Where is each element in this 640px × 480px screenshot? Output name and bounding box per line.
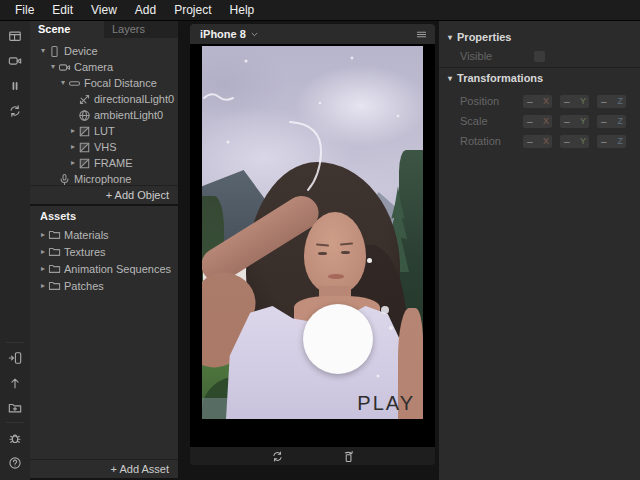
preview-menu-button[interactable] [415,28,428,41]
scene-item-directionallight0[interactable]: directionalLight0 [30,91,178,107]
axis-value: – [527,116,533,127]
rotation-y-field[interactable]: –Y [560,135,589,148]
visible-label: Visible [460,50,523,62]
rotation-x-field[interactable]: –X [523,135,552,148]
collapse-arrow-icon: ▾ [448,33,452,42]
axis-letter: Z [618,96,624,106]
scene-panel: Scene Layers ▾Device▾Camera▾Focal Distan… [30,20,178,204]
bug-button[interactable] [0,425,30,450]
add-object-button[interactable]: + Add Object [30,185,178,204]
export-icon [8,401,22,415]
left-toolbar [0,20,30,480]
help-button[interactable] [0,450,30,475]
scene-item-lut[interactable]: ▸LUT [30,123,178,139]
scene-item-camera[interactable]: ▾Camera [30,59,178,75]
phone-icon [48,45,61,58]
export-button[interactable] [0,395,30,420]
expand-arrow-icon[interactable]: ▾ [58,75,68,91]
directional-light-icon [78,93,91,106]
play-label: PLAY [357,392,415,415]
device-selector[interactable]: iPhone 8 [200,28,246,40]
menu-edit[interactable]: Edit [43,3,82,17]
sync-button[interactable] [0,98,30,123]
scene-item-frame[interactable]: ▸FRAME [30,155,178,171]
menu-view[interactable]: View [82,3,126,17]
scale-y-field[interactable]: –Y [560,115,589,128]
transformations-rows: Position–X–Y–ZScale–X–Y–ZRotation–X–Y–Z [439,91,640,151]
expand-arrow-icon[interactable]: ▸ [68,123,78,139]
focal-distance-icon [68,77,81,90]
tap-circle[interactable] [303,304,373,374]
axis-letter: X [543,116,549,126]
scene-item-label: LUT [94,125,115,137]
scene-item-microphone[interactable]: Microphone [30,171,178,185]
ambient-light-icon [78,109,91,122]
send-to-device-button[interactable] [0,345,30,370]
asset-item-animation-sequences[interactable]: ▸Animation Sequences [30,260,178,277]
scene-item-focal-distance[interactable]: ▾Focal Distance [30,75,178,91]
rotate-device-icon [342,450,355,463]
tab-layers[interactable]: Layers [104,20,178,38]
transformations-section-header[interactable]: ▾ Transformations [439,69,640,87]
panels-button[interactable] [0,23,30,48]
collapse-arrow-icon: ▾ [448,74,452,83]
axis-letter: Y [580,116,586,126]
visible-checkbox[interactable] [534,51,545,62]
scene-item-ambientlight0[interactable]: ambientLight0 [30,107,178,123]
rotation-row: Rotation–X–Y–Z [439,131,640,151]
scale-z-field[interactable]: –Z [597,115,626,128]
publish-icon [8,376,22,390]
assets-panel: Assets ▸Materials▸Textures▸Animation Seq… [30,206,178,478]
position-z-field[interactable]: –Z [597,95,626,108]
axis-letter: Z [618,116,624,126]
restart-button[interactable] [271,450,284,463]
expand-arrow-icon[interactable]: ▸ [38,278,48,294]
add-asset-button[interactable]: + Add Asset [30,459,178,478]
rotate-device-button[interactable] [342,450,355,463]
scene-item-vhs[interactable]: ▸VHS [30,139,178,155]
position-row: Position–X–Y–Z [439,91,640,111]
asset-item-materials[interactable]: ▸Materials [30,226,178,243]
axis-letter: X [543,136,549,146]
menu-file[interactable]: File [6,3,43,17]
chevron-down-icon[interactable] [249,29,260,40]
publish-button[interactable] [0,370,30,395]
properties-section-header[interactable]: ▾ Properties [439,28,640,46]
menu-help[interactable]: Help [221,3,264,17]
axis-value: – [527,96,533,107]
asset-item-patches[interactable]: ▸Patches [30,277,178,294]
simulator-toolbar [190,447,435,465]
expand-arrow-icon[interactable]: ▸ [68,155,78,171]
assets-title: Assets [30,206,178,226]
folder-icon [48,245,61,258]
scale-label: Scale [460,115,523,127]
scene-item-device[interactable]: ▾Device [30,43,178,59]
asset-item-textures[interactable]: ▸Textures [30,243,178,260]
video-camera-button[interactable] [0,48,30,73]
expand-arrow-icon[interactable]: ▾ [48,59,58,75]
bug-icon [8,431,22,445]
menu-project[interactable]: Project [165,3,220,17]
expand-arrow-icon[interactable]: ▸ [68,139,78,155]
expand-arrow-icon[interactable]: ▸ [38,227,48,243]
scale-x-field[interactable]: –X [523,115,552,128]
tab-scene[interactable]: Scene [30,20,104,38]
asset-item-label: Textures [64,246,106,258]
rotation-z-field[interactable]: –Z [597,135,626,148]
visible-row: Visible [439,46,640,66]
scene-item-label: Device [64,45,98,57]
expand-arrow-icon[interactable]: ▸ [38,261,48,277]
menu-add[interactable]: Add [126,3,165,17]
properties-panel: ▾ Properties Visible ▾ Transformations P… [439,20,640,480]
restart-icon [271,450,284,463]
scene-tabs: Scene Layers [30,20,178,38]
position-x-field[interactable]: –X [523,95,552,108]
expand-arrow-icon[interactable]: ▾ [38,43,48,59]
camera-preview[interactable]: PLAY [202,46,423,419]
expand-arrow-icon[interactable]: ▸ [38,244,48,260]
scene-item-label: directionalLight0 [94,93,174,105]
pause-icon [8,79,22,93]
scene-item-label: Microphone [74,173,131,185]
position-y-field[interactable]: –Y [560,95,589,108]
pause-button[interactable] [0,73,30,98]
